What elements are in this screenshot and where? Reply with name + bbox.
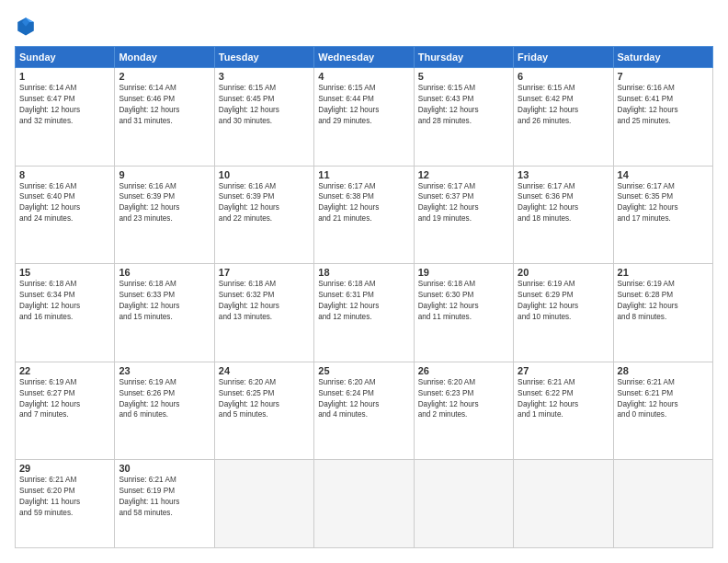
day-number: 30 [119,463,210,474]
day-number: 7 [618,71,709,82]
col-header-thursday: Thursday [414,47,513,68]
day-cell [214,460,313,548]
col-header-friday: Friday [514,47,613,68]
day-number: 6 [518,71,609,82]
day-number: 18 [318,267,409,278]
day-number: 25 [318,365,409,376]
day-number: 9 [119,169,210,180]
col-header-sunday: Sunday [16,47,115,68]
day-number: 8 [19,169,110,180]
day-cell: 11Sunrise: 6:17 AMSunset: 6:38 PMDayligh… [314,166,414,264]
day-info: Sunrise: 6:15 AMSunset: 6:45 PMDaylight:… [219,83,310,127]
day-info: Sunrise: 6:21 AMSunset: 6:22 PMDaylight:… [518,377,609,421]
day-cell: 3Sunrise: 6:15 AMSunset: 6:45 PMDaylight… [214,68,313,167]
day-info: Sunrise: 6:17 AMSunset: 6:36 PMDaylight:… [518,181,609,225]
day-info: Sunrise: 6:18 AMSunset: 6:34 PMDaylight:… [19,279,110,323]
day-info: Sunrise: 6:16 AMSunset: 6:39 PMDaylight:… [119,181,210,225]
day-number: 26 [418,365,509,376]
week-row-1: 1Sunrise: 6:14 AMSunset: 6:47 PMDaylight… [16,68,713,167]
day-cell: 17Sunrise: 6:18 AMSunset: 6:32 PMDayligh… [214,264,313,362]
day-info: Sunrise: 6:21 AMSunset: 6:19 PMDaylight:… [119,475,210,519]
day-cell: 20Sunrise: 6:19 AMSunset: 6:29 PMDayligh… [514,264,613,362]
day-number: 14 [618,169,709,180]
day-info: Sunrise: 6:21 AMSunset: 6:20 PMDaylight:… [19,475,110,519]
day-info: Sunrise: 6:18 AMSunset: 6:32 PMDaylight:… [219,279,310,323]
day-info: Sunrise: 6:19 AMSunset: 6:27 PMDaylight:… [19,377,110,421]
day-number: 10 [219,169,310,180]
day-cell: 18Sunrise: 6:18 AMSunset: 6:31 PMDayligh… [314,264,414,362]
day-number: 23 [119,365,210,376]
day-number: 12 [418,169,509,180]
day-cell: 27Sunrise: 6:21 AMSunset: 6:22 PMDayligh… [514,362,613,460]
day-cell: 15Sunrise: 6:18 AMSunset: 6:34 PMDayligh… [16,264,115,362]
day-number: 19 [418,267,509,278]
day-info: Sunrise: 6:17 AMSunset: 6:35 PMDaylight:… [618,181,709,225]
day-number: 24 [219,365,310,376]
day-number: 1 [19,71,110,82]
col-header-wednesday: Wednesday [314,47,414,68]
week-row-5: 29Sunrise: 6:21 AMSunset: 6:20 PMDayligh… [16,460,713,548]
day-cell: 14Sunrise: 6:17 AMSunset: 6:35 PMDayligh… [613,166,712,264]
day-info: Sunrise: 6:18 AMSunset: 6:31 PMDaylight:… [318,279,409,323]
day-info: Sunrise: 6:20 AMSunset: 6:25 PMDaylight:… [219,377,310,421]
day-cell [314,460,414,548]
day-number: 3 [219,71,310,82]
day-cell: 7Sunrise: 6:16 AMSunset: 6:41 PMDaylight… [613,68,712,167]
day-cell: 21Sunrise: 6:19 AMSunset: 6:28 PMDayligh… [613,264,712,362]
day-number: 15 [19,267,110,278]
day-cell: 25Sunrise: 6:20 AMSunset: 6:24 PMDayligh… [314,362,414,460]
calendar-header-row: SundayMondayTuesdayWednesdayThursdayFrid… [16,47,713,68]
day-cell: 1Sunrise: 6:14 AMSunset: 6:47 PMDaylight… [16,68,115,167]
day-number: 16 [119,267,210,278]
day-cell: 26Sunrise: 6:20 AMSunset: 6:23 PMDayligh… [414,362,513,460]
day-cell: 10Sunrise: 6:16 AMSunset: 6:39 PMDayligh… [214,166,313,264]
week-row-2: 8Sunrise: 6:16 AMSunset: 6:40 PMDaylight… [16,166,713,264]
day-number: 4 [318,71,409,82]
day-cell [613,460,712,548]
day-info: Sunrise: 6:19 AMSunset: 6:28 PMDaylight:… [618,279,709,323]
day-cell: 23Sunrise: 6:19 AMSunset: 6:26 PMDayligh… [115,362,214,460]
col-header-saturday: Saturday [613,47,712,68]
day-info: Sunrise: 6:18 AMSunset: 6:30 PMDaylight:… [418,279,509,323]
day-info: Sunrise: 6:15 AMSunset: 6:42 PMDaylight:… [518,83,609,127]
day-number: 28 [618,365,709,376]
day-cell: 2Sunrise: 6:14 AMSunset: 6:46 PMDaylight… [115,68,214,167]
logo-icon [15,15,37,37]
day-number: 22 [19,365,110,376]
day-cell [414,460,513,548]
day-info: Sunrise: 6:17 AMSunset: 6:37 PMDaylight:… [418,181,509,225]
week-row-3: 15Sunrise: 6:18 AMSunset: 6:34 PMDayligh… [16,264,713,362]
day-info: Sunrise: 6:15 AMSunset: 6:44 PMDaylight:… [318,83,409,127]
day-cell: 29Sunrise: 6:21 AMSunset: 6:20 PMDayligh… [16,460,115,548]
day-number: 2 [119,71,210,82]
day-number: 29 [19,463,110,474]
day-info: Sunrise: 6:16 AMSunset: 6:39 PMDaylight:… [219,181,310,225]
day-cell: 8Sunrise: 6:16 AMSunset: 6:40 PMDaylight… [16,166,115,264]
day-cell: 22Sunrise: 6:19 AMSunset: 6:27 PMDayligh… [16,362,115,460]
day-cell: 30Sunrise: 6:21 AMSunset: 6:19 PMDayligh… [115,460,214,548]
day-number: 17 [219,267,310,278]
day-cell: 24Sunrise: 6:20 AMSunset: 6:25 PMDayligh… [214,362,313,460]
week-row-4: 22Sunrise: 6:19 AMSunset: 6:27 PMDayligh… [16,362,713,460]
day-cell: 16Sunrise: 6:18 AMSunset: 6:33 PMDayligh… [115,264,214,362]
day-info: Sunrise: 6:21 AMSunset: 6:21 PMDaylight:… [618,377,709,421]
page: SundayMondayTuesdayWednesdayThursdayFrid… [0,0,728,563]
day-info: Sunrise: 6:20 AMSunset: 6:24 PMDaylight:… [318,377,409,421]
day-cell: 9Sunrise: 6:16 AMSunset: 6:39 PMDaylight… [115,166,214,264]
col-header-tuesday: Tuesday [214,47,313,68]
day-cell: 4Sunrise: 6:15 AMSunset: 6:44 PMDaylight… [314,68,414,167]
day-number: 13 [518,169,609,180]
day-cell: 28Sunrise: 6:21 AMSunset: 6:21 PMDayligh… [613,362,712,460]
day-cell: 12Sunrise: 6:17 AMSunset: 6:37 PMDayligh… [414,166,513,264]
day-number: 20 [518,267,609,278]
day-info: Sunrise: 6:19 AMSunset: 6:26 PMDaylight:… [119,377,210,421]
day-info: Sunrise: 6:19 AMSunset: 6:29 PMDaylight:… [518,279,609,323]
logo [15,15,40,37]
day-info: Sunrise: 6:16 AMSunset: 6:41 PMDaylight:… [618,83,709,127]
day-info: Sunrise: 6:20 AMSunset: 6:23 PMDaylight:… [418,377,509,421]
col-header-monday: Monday [115,47,214,68]
header [15,15,713,37]
day-cell: 6Sunrise: 6:15 AMSunset: 6:42 PMDaylight… [514,68,613,167]
day-info: Sunrise: 6:14 AMSunset: 6:47 PMDaylight:… [19,83,110,127]
day-info: Sunrise: 6:15 AMSunset: 6:43 PMDaylight:… [418,83,509,127]
